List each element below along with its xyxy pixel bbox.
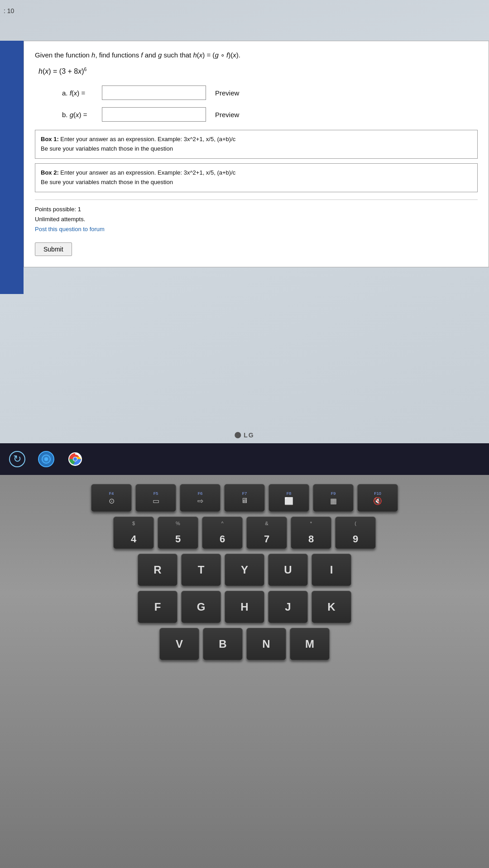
hint-box2-title: Box 2: — [41, 169, 59, 176]
hint-box1-title: Box 1: — [41, 136, 59, 142]
fx-input[interactable] — [102, 85, 206, 100]
key-u[interactable]: U — [268, 554, 308, 586]
key-f5[interactable]: F5 ▭ — [135, 484, 176, 512]
sidebar-blue — [0, 41, 24, 294]
key-k[interactable]: K — [312, 591, 351, 623]
key-b[interactable]: B — [203, 628, 243, 660]
key-t[interactable]: T — [181, 554, 221, 586]
svg-point-1 — [44, 457, 48, 461]
gx-input-row: b. g(x) = Preview — [62, 107, 478, 122]
info-box: Points possible: 1 Unlimited attempts. P… — [35, 199, 478, 234]
zxcv-row: V B N M — [159, 628, 330, 660]
key-7[interactable]: & 7 — [246, 517, 287, 549]
key-f4[interactable]: F4 ⊙ — [91, 484, 132, 512]
key-f8[interactable]: F8 ⬜ — [268, 484, 309, 512]
chrome-icon[interactable] — [67, 451, 83, 467]
num-key-row: $ 4 % 5 ^ 6 & 7 * 8 ( 9 — [113, 517, 376, 549]
post-link[interactable]: Post this question to forum — [35, 226, 105, 232]
hint-box1-text: Enter your answer as an expression. Exam… — [60, 136, 235, 142]
key-f6[interactable]: F6 ⇨ — [180, 484, 221, 512]
hint-box-1: Box 1: Enter your answer as an expressio… — [35, 130, 478, 159]
submit-button[interactable]: Submit — [35, 242, 72, 256]
question-box: Given the function h, find functions f a… — [24, 41, 489, 267]
gx-input[interactable] — [102, 107, 206, 122]
key-9[interactable]: ( 9 — [335, 517, 376, 549]
hint-box-2: Box 2: Enter your answer as an expressio… — [35, 163, 478, 192]
key-j[interactable]: J — [268, 591, 308, 623]
cortana-icon[interactable] — [38, 451, 54, 467]
hint-box2-text: Enter your answer as an expression. Exam… — [60, 169, 235, 176]
keyboard-area: F4 ⊙ F5 ▭ F6 ⇨ F7 🖥 F8 ⬜ — [0, 475, 489, 868]
key-v[interactable]: V — [159, 628, 199, 660]
taskbar: ↻ — [0, 443, 489, 475]
fx-label: a. f(x) = — [62, 89, 98, 97]
key-4[interactable]: $ 4 — [113, 517, 154, 549]
page-number: : 10 — [4, 7, 14, 14]
hint-box2-sub: Be sure your variables match those in th… — [41, 179, 173, 185]
key-f7[interactable]: F7 🖥 — [224, 484, 265, 512]
key-g[interactable]: G — [181, 591, 221, 623]
qwerty-row: R T Y U I — [138, 554, 351, 586]
points-text: Points possible: 1 — [35, 204, 478, 214]
key-n[interactable]: N — [246, 628, 286, 660]
key-r[interactable]: R — [138, 554, 177, 586]
question-title: Given the function h, find functions f a… — [35, 50, 478, 60]
asdf-row: F G H J K — [138, 591, 351, 623]
attempts-text: Unlimited attempts. — [35, 214, 478, 224]
keyboard-body: F4 ⊙ F5 ▭ F6 ⇨ F7 🖥 F8 ⬜ — [0, 475, 489, 868]
key-i[interactable]: I — [312, 554, 351, 586]
key-f[interactable]: F — [138, 591, 177, 623]
key-f10[interactable]: F10 🔇 — [357, 484, 398, 512]
key-5[interactable]: % 5 — [158, 517, 198, 549]
fn-key-row: F4 ⊙ F5 ▭ F6 ⇨ F7 🖥 F8 ⬜ — [91, 484, 398, 512]
svg-point-4 — [73, 457, 77, 461]
lg-text: LG — [244, 432, 254, 439]
key-y[interactable]: Y — [225, 554, 264, 586]
key-6[interactable]: ^ 6 — [202, 517, 243, 549]
lg-dot — [235, 432, 241, 438]
gx-label: b. g(x) = — [62, 111, 98, 119]
key-m[interactable]: M — [290, 628, 330, 660]
h-equation: h(x) = (3 + 8x)6 — [38, 67, 478, 76]
fx-preview: Preview — [215, 89, 239, 97]
lg-logo-area: LG — [235, 432, 254, 439]
key-f9[interactable]: F9 ▦ — [313, 484, 354, 512]
hint-box1-sub: Be sure your variables match those in th… — [41, 145, 173, 152]
key-h[interactable]: H — [225, 591, 264, 623]
refresh-icon[interactable]: ↻ — [9, 451, 25, 467]
fx-input-row: a. f(x) = Preview — [62, 85, 478, 100]
gx-preview: Preview — [215, 111, 239, 119]
key-8[interactable]: * 8 — [291, 517, 331, 549]
